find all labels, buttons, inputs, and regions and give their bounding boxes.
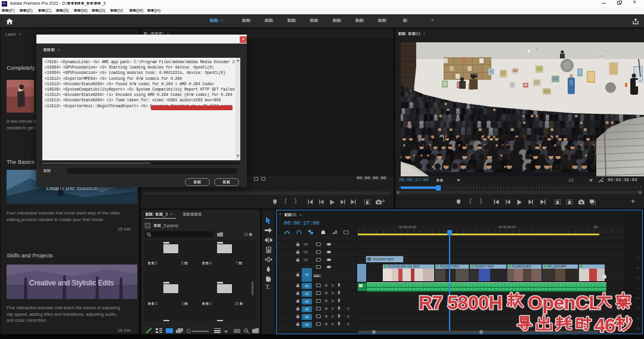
svg-text:OpenCL: OpenCL	[528, 292, 600, 313]
svg-text:46: 46	[595, 315, 615, 336]
svg-text:R7 5800H: R7 5800H	[419, 292, 502, 313]
svg-text:Creative and Stylistic Edits: Creative and Stylistic Edits	[29, 279, 114, 287]
